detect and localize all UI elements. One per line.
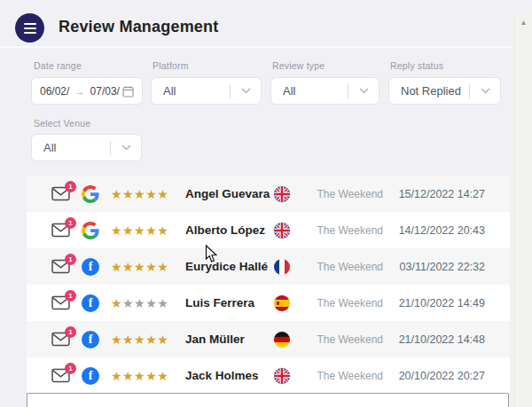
platform-icon-slot [82, 222, 99, 239]
unread-badge: 1 [65, 326, 76, 338]
platform-icon-slot: f [82, 294, 99, 312]
review-date: 21/10/2022 14:48 [393, 333, 485, 346]
facebook-icon: f [82, 258, 99, 276]
star-rating: ★★★★★ [111, 333, 173, 347]
venue-label: The Weekend [317, 261, 384, 273]
chevron-down-icon [348, 88, 379, 94]
next-panel-box [27, 393, 509, 407]
germany-flag [274, 332, 290, 348]
date-range-start: 06/02/ [40, 85, 69, 98]
platform-value: All [152, 84, 230, 98]
unread-envelope-icon[interactable]: 1 [51, 223, 70, 239]
unread-badge: 1 [65, 181, 76, 192]
platform-icon-slot: f [82, 258, 99, 276]
review-row[interactable]: 1 f ★★★★★ Luis Ferrera The Weekend 21/10… [27, 285, 510, 321]
review-date: 14/12/2022 20:43 [393, 224, 485, 237]
unread-badge: 1 [65, 217, 76, 229]
united-kingdom-flag [274, 368, 290, 384]
date-range-arrow-icon: → [72, 86, 87, 97]
star-rating: ★★★★★ [111, 296, 173, 310]
review-row[interactable]: 1 f ★★★★★ Jack Holmes The Weekend 20/10/… [27, 357, 510, 394]
google-icon [82, 222, 99, 239]
reply-status-select[interactable]: Not Replied [388, 77, 501, 105]
chevron-down-icon [470, 88, 500, 94]
review-date: 03/11/2022 22:32 [393, 261, 485, 273]
date-range-label: Date range [34, 60, 82, 71]
facebook-icon: f [82, 367, 99, 385]
platform-icon-slot: f [82, 331, 99, 348]
review-row[interactable]: 1 ★★★★★ Angel Guevara The Weekend 15/12/… [27, 176, 510, 212]
platform-select[interactable]: All [151, 77, 262, 105]
facebook-icon: f [82, 331, 99, 348]
reply-status-value: Not Replied [389, 84, 469, 98]
reply-status-label: Reply status [390, 60, 443, 71]
venue-label: The Weekend [317, 297, 384, 309]
star-rating: ★★★★★ [111, 187, 173, 201]
reviewer-name: Alberto López [185, 223, 274, 237]
reviewer-name: Jack Holmes [185, 369, 274, 382]
unread-envelope-icon[interactable]: 1 [51, 368, 70, 384]
platform-icon-slot: f [82, 367, 99, 385]
review-row[interactable]: 1 ★★★★★ Alberto López The Weekend 14/12/… [27, 212, 510, 248]
unread-badge: 1 [65, 254, 76, 265]
unread-envelope-icon[interactable]: 1 [51, 186, 70, 202]
unread-badge: 1 [65, 363, 76, 374]
review-row[interactable]: 1 f ★★★★★ Eurydice Hallé The Weekend 03/… [27, 248, 510, 285]
unread-envelope-icon[interactable]: 1 [51, 259, 70, 275]
venue-select[interactable]: All [31, 134, 142, 161]
venue-value: All [32, 141, 110, 154]
reviewer-name: Luis Ferrera [185, 296, 274, 309]
chevron-down-icon [231, 88, 261, 94]
france-flag [274, 259, 290, 275]
unread-envelope-icon[interactable]: 1 [51, 332, 70, 348]
select-venue-label: Select Venue [34, 118, 90, 129]
united-kingdom-flag [274, 186, 290, 202]
platform-label: Platform [153, 60, 189, 71]
star-rating: ★★★★★ [111, 223, 173, 238]
review-type-value: All [271, 84, 348, 98]
hamburger-menu-button[interactable] [15, 13, 44, 43]
star-rating: ★★★★★ [111, 260, 173, 274]
unread-envelope-icon[interactable]: 1 [51, 295, 70, 311]
unread-badge: 1 [65, 290, 76, 301]
review-row[interactable]: 1 f ★★★★★ Jan Müller The Weekend 21/10/2… [27, 321, 510, 357]
scroll-up-arrow-icon[interactable]: ▲ [520, 19, 528, 407]
date-range-end: 07/03/ [90, 85, 120, 98]
reviewer-name: Jan Müller [185, 333, 274, 346]
review-type-select[interactable]: All [270, 77, 379, 105]
star-rating: ★★★★★ [111, 369, 173, 383]
platform-icon-slot [82, 185, 99, 203]
spain-flag [274, 295, 290, 311]
google-icon [82, 185, 99, 203]
reviewer-name: Angel Guevara [185, 187, 274, 200]
page-title: Review Management [59, 18, 218, 36]
review-date: 21/10/2022 14:49 [393, 297, 485, 309]
date-range-field[interactable]: 06/02/→07/03/ [31, 77, 143, 105]
vertical-scrollbar[interactable]: ▲ [514, 12, 532, 407]
chevron-down-icon [111, 145, 141, 151]
app-header: Review Management [0, 0, 512, 48]
venue-label: The Weekend [317, 370, 384, 382]
united-kingdom-flag [274, 223, 290, 239]
reviewer-name: Eurydice Hallé [185, 260, 274, 273]
venue-label: The Weekend [317, 333, 384, 346]
venue-label: The Weekend [317, 224, 384, 237]
review-type-label: Review type [272, 60, 325, 71]
review-list: 1 ★★★★★ Angel Guevara The Weekend 15/12/… [27, 176, 510, 394]
venue-label: The Weekend [317, 188, 384, 200]
review-date: 20/10/2022 20:27 [393, 370, 485, 382]
calendar-icon [122, 85, 134, 98]
review-date: 15/12/2022 14:27 [393, 188, 485, 200]
facebook-icon: f [82, 294, 99, 312]
